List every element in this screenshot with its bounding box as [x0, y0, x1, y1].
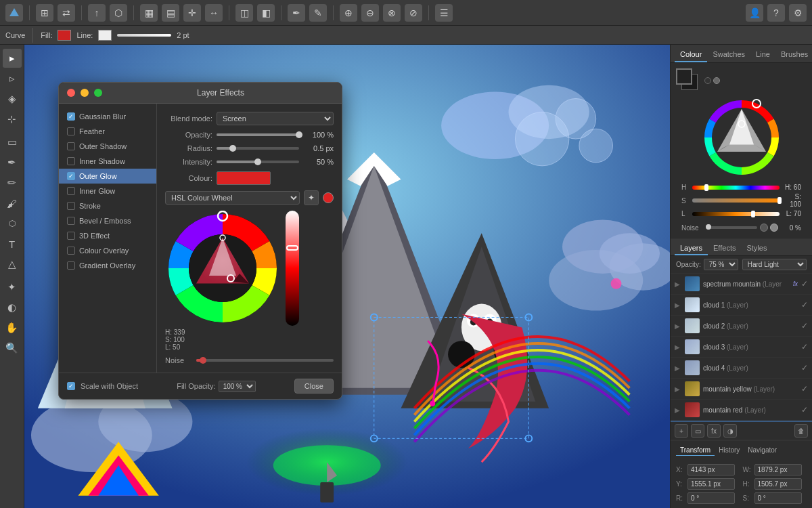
tool-shape[interactable]: △ — [3, 255, 22, 274]
layer-expand-4[interactable]: ▶ — [675, 343, 681, 351]
cb-stroke[interactable] — [67, 202, 75, 210]
blend-mode-select[interactable]: Screen — [217, 112, 334, 125]
x-input[interactable] — [687, 464, 735, 475]
layer-expand-5[interactable]: ▶ — [675, 364, 681, 372]
layer-vis-6[interactable]: ✓ — [801, 384, 808, 394]
effects-btn[interactable]: fx — [707, 424, 721, 438]
boolean-sub[interactable]: ⊖ — [361, 4, 379, 22]
tab-line[interactable]: Line — [750, 47, 775, 62]
fill-opacity-select[interactable]: 100 % — [219, 381, 256, 392]
layer-item-mountain-red[interactable]: ▶ mountain red (Layer) ✓ — [671, 400, 812, 421]
tool-pen[interactable]: ✒ — [3, 153, 22, 172]
grid-view2-icon[interactable]: ▤ — [162, 4, 179, 22]
effect-3d[interactable]: 3D Effect — [59, 228, 156, 243]
boolean-div[interactable]: ⊘ — [405, 4, 422, 22]
layer-item-mountain-yellow[interactable]: ▶ mountain yellow (Layer) ✓ — [671, 379, 812, 400]
layer-item-cloud4[interactable]: ▶ cloud 4 (Layer) ✓ — [671, 358, 812, 379]
snapping-icon[interactable]: ✛ — [183, 4, 201, 22]
tab-history[interactable]: History — [715, 445, 744, 456]
colour-swatch[interactable] — [217, 171, 271, 185]
layer-vis-4[interactable]: ✓ — [801, 342, 808, 352]
y-input[interactable] — [687, 478, 735, 490]
cd-none[interactable] — [704, 77, 711, 84]
tool-fill[interactable]: ⬡ — [3, 214, 22, 233]
layer-vis-2[interactable]: ✓ — [801, 300, 808, 310]
settings-icon[interactable]: ⚙ — [789, 4, 807, 22]
hsl-wheel-svg[interactable] — [165, 211, 280, 326]
help-icon[interactable]: ? — [767, 4, 785, 22]
arrange-icon[interactable]: ◫ — [235, 4, 253, 22]
tool-zoom[interactable]: ▭ — [3, 133, 22, 152]
cd-gray[interactable] — [713, 77, 720, 84]
line-swatch[interactable] — [98, 30, 112, 41]
effect-outer-glow[interactable]: ✓ Outer Glow — [59, 169, 156, 184]
effect-gradient-overlay[interactable]: Gradient Overlay — [59, 258, 156, 273]
radius-slider[interactable] — [217, 147, 299, 150]
group-icon[interactable]: ◧ — [257, 4, 275, 22]
dialog-minimize-btn[interactable] — [81, 89, 89, 97]
cb-inner-glow[interactable] — [67, 187, 75, 195]
opacity-slider[interactable] — [217, 133, 299, 136]
user-icon[interactable]: 👤 — [746, 4, 763, 22]
cb-gradient-overlay[interactable] — [67, 261, 75, 270]
tool-gradient[interactable]: ◐ — [3, 298, 22, 317]
export-icon[interactable]: ⬡ — [110, 4, 127, 22]
r-input[interactable] — [687, 492, 735, 504]
noise-icon1[interactable] — [760, 224, 768, 232]
add-layer-btn[interactable]: + — [675, 424, 688, 438]
cb-outer-shadow[interactable] — [67, 142, 75, 150]
layer-item-cloud1[interactable]: ▶ cloud 1 (Layer) ✓ — [671, 295, 812, 316]
boolean-int[interactable]: ⊗ — [383, 4, 401, 22]
layer-vis-1[interactable]: ✓ — [801, 279, 808, 289]
right-color-wheel[interactable] — [701, 97, 782, 178]
effect-colour-overlay[interactable]: Colour Overlay — [59, 243, 156, 258]
tool-eyedropper[interactable]: ✦ — [3, 278, 22, 297]
tab-layers[interactable]: Layers — [675, 242, 708, 255]
cb-outer-glow[interactable]: ✓ — [67, 172, 75, 180]
layer-vis-3[interactable]: ✓ — [801, 321, 808, 331]
scale-with-object-cb[interactable]: ✓ — [67, 382, 75, 390]
cb-3d[interactable] — [67, 232, 75, 240]
fill-swatch[interactable] — [58, 30, 71, 41]
layers-blend-select[interactable]: Hard Light — [742, 259, 807, 270]
canvas[interactable]: Layer Effects ✓ Gaussian Blur Feather O — [24, 45, 670, 508]
layer-item-spectrum-mountain[interactable]: ▶ spectrum mountain (Layer fx ✓ — [671, 274, 812, 295]
cb-bevel-emboss[interactable] — [67, 217, 75, 225]
tool-pointer[interactable]: ▸ — [3, 49, 22, 68]
pen-icon[interactable]: ✒ — [288, 4, 305, 22]
effect-inner-glow[interactable]: Inner Glow — [59, 184, 156, 198]
cb-feather[interactable] — [67, 127, 75, 135]
tool-brush[interactable]: 🖌 — [3, 194, 22, 213]
personas[interactable]: ☰ — [435, 4, 453, 22]
tab-styles[interactable]: Styles — [741, 242, 772, 255]
tab-effects[interactable]: Effects — [708, 242, 741, 255]
cb-colour-overlay[interactable] — [67, 247, 75, 255]
layer-vis-7[interactable]: ✓ — [801, 405, 808, 415]
delete-layer-btn[interactable]: 🗑 — [794, 424, 808, 438]
right-wheel-svg[interactable] — [701, 97, 782, 178]
h-slider[interactable] — [692, 186, 780, 190]
tool-node[interactable]: ◈ — [3, 89, 22, 108]
h-input[interactable] — [754, 478, 802, 490]
tool-hand[interactable]: ✋ — [3, 318, 22, 337]
effect-inner-shadow[interactable]: Inner Shadow — [59, 154, 156, 169]
eyedropper-button[interactable]: ✦ — [304, 190, 319, 205]
intensity-slider[interactable] — [217, 161, 299, 163]
foreground-color[interactable] — [676, 68, 692, 85]
spectrum-bar[interactable] — [286, 211, 299, 326]
import-icon[interactable]: ↑ — [88, 4, 106, 22]
tool-text[interactable]: T — [3, 234, 22, 253]
layer-item-cloud2[interactable]: ▶ cloud 2 (Layer) ✓ — [671, 316, 812, 337]
mask-btn[interactable]: ◑ — [723, 424, 737, 438]
add-group-btn[interactable]: ▭ — [691, 424, 704, 438]
color-picker-type[interactable]: HSL Colour Wheel — [165, 191, 300, 205]
dialog-close-btn[interactable] — [67, 89, 75, 97]
grid-icon[interactable]: ⊞ — [36, 4, 53, 22]
tool-pencil[interactable]: ✏ — [3, 173, 22, 192]
grid-view-icon[interactable]: ▦ — [140, 4, 158, 22]
cb-gaussian[interactable]: ✓ — [67, 112, 75, 121]
tab-brushes[interactable]: Brushes — [775, 47, 812, 62]
tool-magnify[interactable]: 🔍 — [3, 339, 22, 358]
layer-expand-6[interactable]: ▶ — [675, 385, 681, 393]
l-slider[interactable] — [692, 212, 780, 216]
